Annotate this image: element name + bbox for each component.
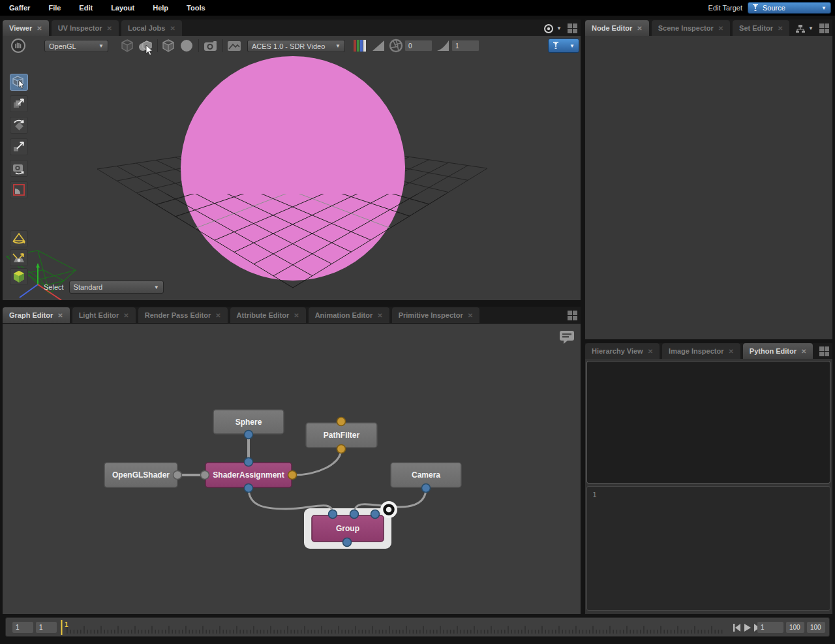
clipping-toggle-button[interactable]: [371, 38, 386, 53]
node-graph-canvas[interactable]: SpherePathFilterOpenGLShaderShaderAssign…: [3, 324, 581, 614]
frame-start-field[interactable]: 1: [12, 622, 33, 633]
layout-grid-icon[interactable]: [567, 23, 578, 34]
port-blue[interactable]: [245, 484, 253, 493]
focus-badge[interactable]: [380, 501, 397, 518]
renderer-dropdown[interactable]: OpenGL ▼: [44, 40, 108, 52]
port-blue[interactable]: [245, 458, 253, 467]
tab-viewer-viewer[interactable]: Viewer✕: [3, 20, 49, 36]
camera-settings-button[interactable]: [203, 38, 219, 53]
menu-gaffer[interactable]: Gaffer: [9, 4, 30, 12]
channel-select-button[interactable]: [353, 38, 367, 53]
shading-wireframe-button[interactable]: [120, 38, 134, 53]
close-icon[interactable]: ✕: [123, 312, 129, 319]
node-editor-mode-button[interactable]: ▼: [795, 24, 813, 33]
port-blue[interactable]: [245, 431, 253, 439]
tab-viewer-uv-inspector[interactable]: UV Inspector✕: [52, 20, 119, 36]
layout-grid-icon[interactable]: [567, 310, 578, 321]
close-icon[interactable]: ✕: [215, 312, 220, 319]
crop-window-tool-button[interactable]: [10, 181, 28, 198]
menu-edit[interactable]: Edit: [79, 4, 93, 12]
sphere-object[interactable]: [181, 56, 405, 281]
port-blue[interactable]: [371, 510, 380, 519]
exposure-button[interactable]: [389, 38, 403, 53]
display-transform-dropdown[interactable]: ACES 1.0 - SDR Video ▼: [247, 40, 345, 52]
exposure-field[interactable]: 0: [404, 40, 433, 52]
close-icon[interactable]: ✕: [57, 312, 63, 319]
viewport-3d[interactable]: [3, 55, 581, 300]
node-pathfilter[interactable]: PathFilter: [306, 423, 377, 448]
port-blue[interactable]: [350, 510, 359, 519]
image-compare-button[interactable]: [226, 38, 242, 53]
display-cube-button[interactable]: [161, 38, 175, 53]
close-icon[interactable]: ✕: [37, 25, 42, 32]
toolbar-separator: [157, 39, 158, 52]
menu-help[interactable]: Help: [153, 4, 168, 12]
close-icon[interactable]: ✕: [294, 312, 299, 319]
port-blue[interactable]: [422, 484, 431, 493]
close-icon[interactable]: ✕: [170, 25, 175, 32]
layout-grid-icon[interactable]: [819, 23, 830, 34]
python-input-editor[interactable]: 1: [586, 486, 830, 611]
layout-grid-icon[interactable]: [819, 346, 830, 357]
menu-layout[interactable]: Layout: [111, 4, 134, 12]
port-gray[interactable]: [174, 471, 182, 480]
port-gold[interactable]: [288, 471, 297, 480]
close-icon[interactable]: ✕: [468, 312, 473, 319]
tab-graph-graph-editor[interactable]: Graph Editor✕: [3, 307, 70, 323]
port-gold[interactable]: [337, 418, 346, 426]
close-icon[interactable]: ✕: [728, 348, 733, 355]
tab-graph-light-editor[interactable]: Light Editor✕: [72, 307, 136, 323]
pan-mode-button[interactable]: [10, 38, 26, 54]
tab-python-hierarchy-view[interactable]: Hierarchy View✕: [585, 343, 660, 359]
display-sphere-button[interactable]: [179, 38, 194, 53]
select-tool-button[interactable]: [10, 74, 28, 91]
viewer-pin-dropdown[interactable]: ▼: [548, 38, 579, 53]
close-icon[interactable]: ✕: [648, 348, 653, 355]
visualiser-tool-button[interactable]: [10, 268, 28, 285]
rotate-tool-button[interactable]: [10, 117, 28, 134]
light-position-tool-button[interactable]: [10, 249, 28, 266]
tab-nodeeditor-set-editor[interactable]: Set Editor✕: [733, 20, 789, 36]
close-icon[interactable]: ✕: [778, 25, 783, 32]
tab-viewer-local-jobs[interactable]: Local Jobs✕: [121, 20, 182, 36]
menu-tools[interactable]: Tools: [187, 4, 205, 12]
annotation-bubble-icon[interactable]: [558, 330, 575, 345]
gamma-button[interactable]: [436, 38, 450, 53]
camera-tool-button[interactable]: [10, 160, 28, 177]
tab-python-image-inspector[interactable]: Image Inspector✕: [662, 343, 740, 359]
skip-to-start-button[interactable]: [733, 624, 740, 632]
tab-graph-primitive-inspector[interactable]: Primitive Inspector✕: [392, 307, 479, 323]
translate-tool-button[interactable]: [10, 95, 28, 112]
close-icon[interactable]: ✕: [377, 312, 382, 319]
playback-end-field[interactable]: 100: [807, 622, 825, 633]
scale-tool-button[interactable]: [10, 138, 28, 155]
viewer-settings-button[interactable]: ▼: [543, 23, 562, 34]
port-blue[interactable]: [329, 510, 337, 519]
select-mode-dropdown[interactable]: Standard ▼: [69, 281, 164, 294]
tab-nodeeditor-node-editor[interactable]: Node Editor✕: [585, 20, 649, 36]
current-frame-field[interactable]: 1: [36, 622, 57, 633]
gamma-field[interactable]: 1: [451, 40, 479, 52]
menu-file[interactable]: File: [48, 4, 61, 12]
edit-target-dropdown[interactable]: Source ▼: [748, 2, 831, 14]
tab-graph-animation-editor[interactable]: Animation Editor✕: [309, 307, 389, 323]
range-end-field[interactable]: 100: [786, 622, 804, 633]
close-icon[interactable]: ✕: [107, 25, 112, 32]
python-output-console[interactable]: [586, 361, 830, 483]
tab-graph-attribute-editor[interactable]: Attribute Editor✕: [230, 307, 306, 323]
tab-nodeeditor-scene-inspector[interactable]: Scene Inspector✕: [652, 20, 730, 36]
frame-number-field[interactable]: 1: [757, 622, 783, 633]
tab-python-python-editor[interactable]: Python Editor✕: [743, 343, 813, 359]
light-tool-button[interactable]: [10, 230, 28, 247]
tab-graph-render-pass-editor[interactable]: Render Pass Editor✕: [138, 307, 228, 323]
port-gold[interactable]: [337, 445, 346, 453]
close-icon[interactable]: ✕: [718, 25, 723, 32]
port-blue[interactable]: [343, 538, 352, 547]
close-icon[interactable]: ✕: [801, 348, 806, 355]
timeline-ruler[interactable]: 1: [61, 618, 730, 636]
close-icon[interactable]: ✕: [637, 25, 642, 32]
node-openglshader[interactable]: OpenGLShader: [104, 463, 177, 487]
graph-editor-panel[interactable]: SpherePathFilterOpenGLShaderShaderAssign…: [3, 324, 581, 614]
port-gray[interactable]: [201, 471, 209, 480]
play-button[interactable]: [744, 624, 751, 632]
